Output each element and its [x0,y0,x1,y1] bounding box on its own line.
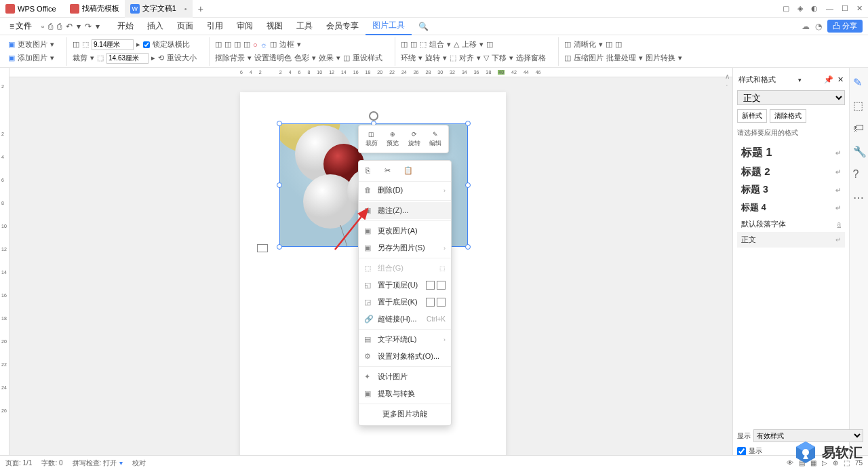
effect-button[interactable]: 效果 [319,53,334,63]
style-heading1[interactable]: 标题 1↵ [737,143,845,163]
new-tab-button[interactable]: + [193,0,209,18]
minimize-icon[interactable]: — [826,5,833,13]
rail-style-icon[interactable]: 🏷 [853,122,865,134]
resize-handle-mr[interactable] [465,182,471,188]
tab-templates[interactable]: 找稿壳模板 [64,0,125,18]
align-icon[interactable]: ⬚ [450,54,456,62]
resize-handle-br[interactable] [465,244,471,250]
wrap-button[interactable]: 环绕 [401,53,416,63]
copy-icon[interactable]: ⎘ [366,166,376,177]
cm-design[interactable]: ✦设计图片 [359,368,451,385]
cm-text-wrap[interactable]: ▤文字环绕(L)› [359,331,451,348]
resize-handle-tr[interactable] [465,121,471,126]
transparent-button[interactable]: 设置透明色 [254,53,292,63]
print-icon[interactable]: ⎙ [57,22,62,31]
batch-button[interactable]: 批量处理 [606,53,636,63]
menu-view[interactable]: 视图 [260,20,290,32]
file-menu[interactable]: ≡ 文件 [5,20,36,32]
compress-icon[interactable]: ◫ [564,54,571,62]
new-style-button[interactable]: 新样式 [737,109,767,123]
style-heading3[interactable]: 标题 3↵ [737,181,845,199]
show-preview-checkbox[interactable] [737,447,746,456]
wps-logo[interactable]: WPS Office [5,4,56,14]
reset-style-button[interactable]: 重设样式 [353,53,382,63]
cm-send-back[interactable]: ◲置于底层(K) [359,294,451,311]
close-tab-icon[interactable]: • [184,5,187,13]
sb-spell[interactable]: 拼写检查: 打开 [73,458,117,468]
height-input[interactable] [106,53,149,64]
undo-icon[interactable]: ↶ [66,22,73,31]
cube-icon[interactable]: ◈ [797,4,803,13]
notif-icon[interactable]: ◔ [815,22,822,31]
convert-button[interactable]: 图片转换 [646,53,675,63]
clarify-icon[interactable]: ◫ [564,40,571,49]
sb-page[interactable]: 页面: 1/1 [5,458,32,468]
menu-review[interactable]: 审阅 [230,20,260,32]
maximize-icon[interactable]: ☐ [842,4,848,13]
menu-start[interactable]: 开始 [111,20,140,32]
cut-icon[interactable]: ✂ [384,166,395,177]
ftb-crop[interactable]: ◫裁剪 [366,131,378,148]
menu-reference[interactable]: 引用 [200,20,230,32]
save-icon[interactable]: ▫ [41,22,44,31]
redo-icon[interactable]: ↷ [85,22,92,31]
cm-extract[interactable]: ▣提取与转换 [359,385,451,402]
change-picture-button[interactable]: ▣ 更改图片 ▾ [8,39,54,51]
style-default-font[interactable]: 默认段落字体a [737,216,845,232]
cm-delete[interactable]: 🗑删除(D)› [359,182,451,199]
avatar-icon[interactable]: ◐ [811,4,818,13]
window-multi-icon[interactable]: ▢ [783,4,789,13]
rail-select-icon[interactable]: ⬚ [853,99,865,111]
reset-size-icon[interactable]: ⟲ [158,54,164,62]
menu-vip[interactable]: 会员专享 [319,20,366,32]
share-button[interactable]: 凸 分享 [827,20,863,33]
cm-bring-front[interactable]: ◱置于顶层(U) [359,277,451,294]
ftb-rotate[interactable]: ⟳旋转 [408,131,420,148]
search-icon[interactable]: 🔍 [412,22,435,31]
undo-dropdown-icon[interactable]: ▾ [77,22,81,31]
resize-handle-tl[interactable] [277,121,282,126]
cm-more[interactable]: 更多图片功能 [359,406,451,423]
rail-more-icon[interactable]: ⋯ [853,191,865,203]
select-pane-icon[interactable]: ◫ [486,40,493,49]
ftb-preview[interactable]: ⊕预览 [387,131,399,148]
select-pane-button[interactable]: 选择窗格 [516,53,546,63]
canvas[interactable]: 6422468101214161820222426283032343638404… [9,68,732,470]
redo-dropdown-icon[interactable]: ▾ [96,22,100,31]
rotate-handle[interactable] [369,111,378,121]
sb-words[interactable]: 字数: 0 [41,458,62,468]
reset-size-button[interactable]: 重设大小 [167,53,197,63]
color-button[interactable]: 色彩 [294,53,309,63]
menu-picture-tools[interactable]: 图片工具 [366,18,412,35]
cm-save-as[interactable]: ▣另存为图片(S)› [359,239,451,256]
reset-style-icon[interactable]: ◫ [343,54,350,62]
menu-tools[interactable]: 工具 [290,20,319,32]
tab-document[interactable]: W 文字文稿1 • [125,0,193,18]
cloud-icon[interactable]: ☁ [802,22,810,31]
down-icon[interactable]: ▽ [484,54,489,62]
add-picture-button[interactable]: ▣ 添加图片 ▾ [8,52,54,64]
style-heading2[interactable]: 标题 2↵ [737,163,845,181]
clear-format-button[interactable]: 清除格式 [770,109,806,123]
cm-change-pic[interactable]: ▣更改图片(A) [359,222,451,239]
resize-handle-ml[interactable] [277,182,282,188]
group-icon[interactable]: ⬚ [420,40,427,49]
menu-insert[interactable]: 插入 [140,20,170,32]
remove-bg-button[interactable]: 抠除背景 [215,53,245,63]
menu-page[interactable]: 页面 [170,20,200,32]
ftb-edit[interactable]: ✎编辑 [429,131,441,148]
layout-options-button[interactable] [257,244,268,252]
cm-format-object[interactable]: ⚙设置对象格式(O)... [359,348,451,365]
rail-tool-icon[interactable]: 🔧 [853,145,865,157]
resize-handle-bl[interactable] [277,244,282,250]
style-body[interactable]: 正文↵ [737,232,845,248]
up-icon[interactable]: △ [454,40,459,49]
cm-caption[interactable]: ▣题注(Z)... [359,202,451,219]
close-panel-icon[interactable]: ✕ [837,75,844,83]
cm-hyperlink[interactable]: 🔗超链接(H)...Ctrl+K [359,311,451,328]
current-style-select[interactable]: 正文 [737,90,845,105]
crop-button[interactable]: 裁剪 [73,53,87,63]
border-button[interactable]: 边框 [279,39,294,50]
width-input[interactable] [92,39,134,50]
crop-icon[interactable]: ◫ [73,40,79,49]
